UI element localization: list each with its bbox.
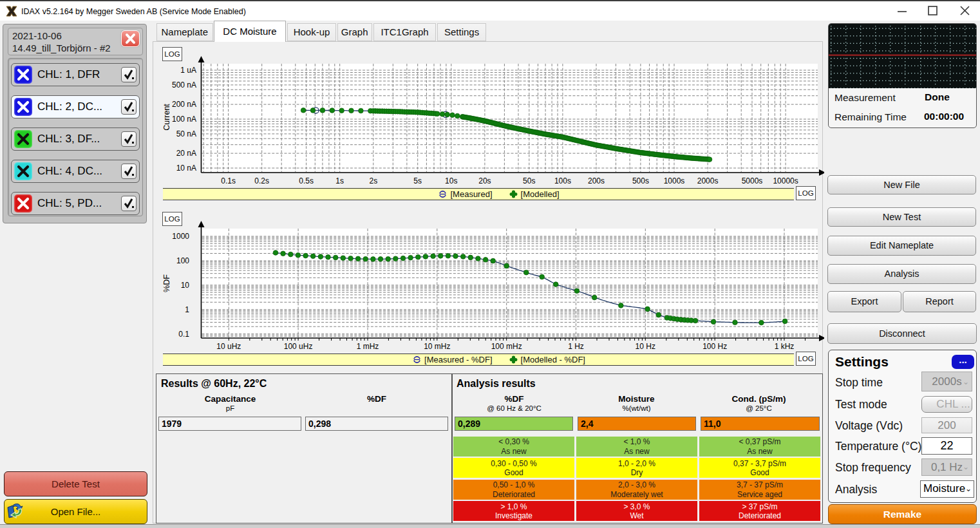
svg-text:100 uHz: 100 uHz bbox=[284, 342, 313, 351]
svg-text:10 mHz: 10 mHz bbox=[424, 342, 450, 351]
svg-text:0.5s: 0.5s bbox=[299, 176, 314, 185]
svg-text:0.1: 0.1 bbox=[178, 330, 189, 339]
svg-text:500 nA: 500 nA bbox=[172, 80, 196, 90]
svg-text:1 kHz: 1 kHz bbox=[775, 342, 795, 351]
svg-text:1000: 1000 bbox=[172, 232, 189, 241]
svg-text:10: 10 bbox=[181, 281, 190, 290]
svg-text:1 uA: 1 uA bbox=[180, 66, 196, 75]
svg-text:1 mHz: 1 mHz bbox=[357, 342, 379, 351]
svg-text:10000s: 10000s bbox=[773, 176, 798, 185]
svg-text:2000s: 2000s bbox=[697, 176, 719, 185]
svg-text:0.2s: 0.2s bbox=[254, 176, 269, 185]
svg-text:1: 1 bbox=[185, 305, 189, 314]
svg-text:Current: Current bbox=[162, 104, 171, 131]
svg-text:100 mHz: 100 mHz bbox=[491, 342, 522, 351]
svg-text:100 Hz: 100 Hz bbox=[702, 342, 727, 351]
svg-text:200 nA: 200 nA bbox=[172, 100, 196, 109]
svg-text:500s: 500s bbox=[632, 176, 649, 185]
svg-text:20s: 20s bbox=[478, 176, 491, 185]
svg-text:10 uHz: 10 uHz bbox=[216, 342, 241, 351]
svg-text:100s: 100s bbox=[554, 176, 571, 185]
svg-text:50 nA: 50 nA bbox=[176, 129, 196, 138]
svg-text:20 nA: 20 nA bbox=[176, 149, 196, 158]
svg-text:10s: 10s bbox=[445, 176, 457, 185]
svg-text:1 Hz: 1 Hz bbox=[568, 342, 584, 351]
svg-text:100: 100 bbox=[176, 256, 189, 265]
svg-text:200s: 200s bbox=[588, 176, 605, 185]
svg-text:5000s: 5000s bbox=[742, 176, 763, 185]
svg-text:1s: 1s bbox=[335, 176, 344, 185]
svg-text:100 nA: 100 nA bbox=[172, 115, 196, 124]
svg-text:2s: 2s bbox=[369, 176, 377, 185]
svg-text:%DF: %DF bbox=[162, 274, 171, 292]
svg-text:5s: 5s bbox=[413, 176, 422, 185]
svg-text:10 Hz: 10 Hz bbox=[636, 342, 655, 351]
svg-text:10 nA: 10 nA bbox=[176, 164, 196, 173]
svg-text:0.1s: 0.1s bbox=[221, 176, 236, 185]
svg-text:1000s: 1000s bbox=[664, 176, 685, 185]
svg-text:50s: 50s bbox=[523, 176, 535, 185]
